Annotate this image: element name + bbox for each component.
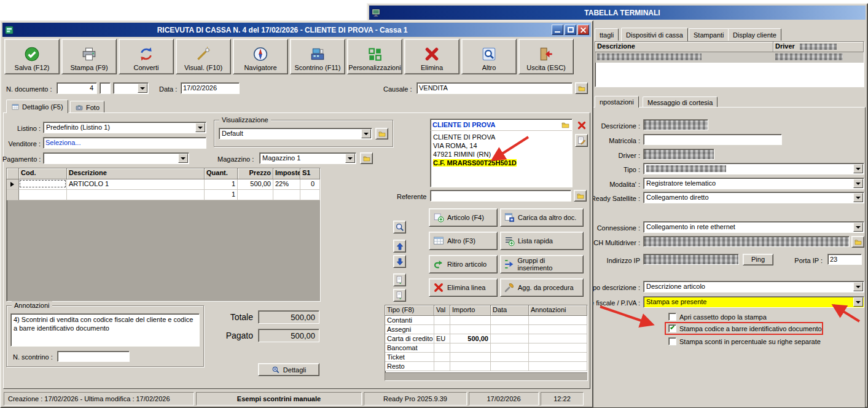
payment-row[interactable]: Carta di credito EU 500,00 [385, 334, 587, 343]
tab-impostazioni-partial[interactable]: npostazioni [595, 96, 639, 108]
move-down-button[interactable] [393, 255, 406, 268]
doc-export-button[interactable] [393, 289, 406, 302]
terminals-table-header-driver[interactable]: Driver [773, 42, 864, 52]
customer-name-link[interactable]: CLIENTE DI PROVA [432, 121, 561, 128]
items-header-descrizione[interactable]: Descrizione [67, 168, 205, 179]
payment-row[interactable]: Assegni [385, 325, 587, 334]
elimina-button[interactable]: Elimina [404, 39, 459, 74]
chevron-down-icon[interactable] [853, 282, 863, 291]
causale-folder-button[interactable] [575, 82, 588, 94]
referente-folder-button[interactable] [574, 190, 587, 202]
visual-button[interactable]: Visual. (F10) [176, 39, 231, 74]
item-prezzo-cell[interactable]: 500,00 [238, 179, 273, 190]
item-row[interactable]: ARTICOLO 1 1 500,00 22% 0 [7, 179, 320, 190]
items-header-imposte[interactable]: Imposte [273, 168, 300, 179]
tab-dettagli-partial[interactable]: ttagli [595, 28, 619, 41]
payment-row[interactable]: Resto [385, 362, 587, 371]
codice-fiscale-select[interactable]: Stampa se presente [643, 296, 864, 308]
terminals-table[interactable]: Descrizione Driver [595, 41, 864, 87]
folder-icon[interactable] [561, 121, 570, 129]
items-header-quant[interactable]: Quant. [205, 168, 238, 179]
items-header-s1[interactable]: S1 [300, 168, 320, 179]
annotazioni-textbox[interactable]: 4) Scontrini di vendita con codice fisca… [10, 313, 200, 347]
magazzino-select[interactable]: Magazzino 1 [259, 152, 356, 164]
dettagli-button[interactable]: Dettagli [258, 363, 319, 376]
venditore-field[interactable]: Seleziona... [43, 137, 206, 149]
n-scontrino-field[interactable] [57, 351, 130, 362]
scontrino-button[interactable]: Scontrino (F11) [290, 39, 345, 74]
modalita-select[interactable]: Registratore telematico [643, 178, 864, 189]
tab-foto[interactable]: Foto [70, 101, 104, 113]
close-button[interactable] [577, 25, 589, 35]
indirizzo-ip-field[interactable] [643, 254, 739, 265]
tab-stampanti[interactable]: Stampanti [689, 28, 729, 41]
agg-da-procedura-button[interactable]: Agg. da procedura [500, 278, 584, 297]
tipo-select[interactable] [643, 163, 864, 175]
data-field[interactable]: 17/02/2026 [181, 82, 240, 94]
item-descrizione-cell[interactable]: ARTICOLO 1 [67, 179, 205, 190]
zoom-line-button[interactable] [393, 221, 406, 233]
chevron-down-icon[interactable] [195, 123, 205, 132]
porta-ip-field[interactable]: 23 [827, 254, 862, 265]
terminals-table-row[interactable] [595, 52, 864, 63]
payments-header-val[interactable]: Val [434, 305, 450, 316]
doc-bis-field[interactable] [100, 82, 111, 94]
doc-section-select[interactable] [113, 82, 149, 94]
chevron-down-icon[interactable] [345, 154, 355, 163]
elimina-linea-button[interactable]: Elimina linea [429, 278, 498, 297]
converti-button[interactable]: Converti [119, 39, 174, 74]
maximize-button[interactable] [565, 25, 576, 35]
magazzino-folder-button[interactable] [360, 152, 373, 164]
altro-button[interactable]: Altro [461, 39, 517, 74]
personalizzazioni-button[interactable]: Personalizzazioni [347, 39, 402, 74]
customer-clear-button[interactable] [575, 119, 588, 131]
altro-f3-button[interactable]: Altro (F3) [429, 232, 498, 250]
item-quant-cell[interactable]: 1 [205, 190, 238, 200]
rch-multidriver-field[interactable] [643, 236, 850, 247]
stampa-sconti-checkbox[interactable] [668, 337, 676, 345]
causale-field[interactable]: VENDITA [416, 82, 573, 94]
chevron-down-icon[interactable] [853, 164, 863, 173]
item-imposte-cell[interactable]: 22% [273, 179, 300, 190]
rch-folder-button[interactable] [851, 236, 864, 248]
item-s1-cell[interactable]: 0 [300, 179, 320, 190]
descrizione-field[interactable] [643, 119, 708, 130]
ready-satellite-select[interactable]: Collegamento diretto [643, 192, 864, 203]
salva-button[interactable]: Salva (F12) [4, 39, 60, 74]
pagamento-select[interactable] [43, 152, 189, 164]
driver-field[interactable] [643, 149, 714, 160]
payment-row[interactable]: Bancomat [385, 343, 587, 353]
visualizzazione-select[interactable]: Default [219, 128, 372, 139]
tab-messaggio-di-cortesia[interactable]: Messaggio di cortesia [643, 96, 717, 108]
receipt-titlebar[interactable]: RICEVUTA DI CASSA N. 4 del 17/02/2026 - … [2, 23, 591, 37]
terminals-table-header-descrizione[interactable]: Descrizione [595, 42, 773, 52]
chevron-down-icon[interactable] [853, 297, 863, 307]
ping-button[interactable]: Ping [743, 254, 773, 265]
payments-hscrollbar[interactable] [385, 372, 587, 380]
customer-header-row[interactable]: CLIENTE DI PROVA [431, 119, 572, 131]
listino-select[interactable]: Predefinito (Listino 1) [43, 122, 206, 133]
item-cod-cell[interactable] [19, 179, 67, 190]
chevron-down-icon[interactable] [853, 193, 863, 202]
uscita-button[interactable]: Uscita (ESC) [518, 39, 574, 74]
tipo-descrizione-select[interactable]: Descrizione articolo [643, 281, 864, 292]
minimize-button[interactable] [552, 25, 563, 35]
tab-dispositivi-di-cassa[interactable]: Dispositivi di cassa [621, 28, 688, 41]
visualizzazione-folder-button[interactable] [375, 128, 388, 139]
payments-header-data[interactable]: Data [491, 305, 529, 316]
customer-edit-button[interactable] [575, 134, 588, 147]
referente-field[interactable] [430, 190, 571, 202]
lista-rapida-button[interactable]: Lista rapida [500, 232, 584, 250]
n-documento-field[interactable]: 4 [57, 82, 97, 94]
move-up-button[interactable] [393, 240, 406, 253]
chevron-down-icon[interactable] [138, 84, 147, 93]
doc-copy-button[interactable] [393, 273, 406, 286]
stampa-button[interactable]: Stampa (F9) [61, 39, 117, 74]
items-header-cod[interactable]: Cod. [19, 168, 67, 179]
payment-row[interactable]: Ticket [385, 353, 587, 362]
payments-header-annotazioni[interactable]: Annotazioni [529, 305, 587, 316]
chevron-down-icon[interactable] [853, 179, 863, 188]
tab-display-cliente[interactable]: Display cliente [728, 28, 781, 41]
carica-da-altro-doc-button[interactable]: Carica da altro doc. [500, 208, 584, 227]
navigatore-button[interactable]: Navigatore [233, 39, 288, 74]
